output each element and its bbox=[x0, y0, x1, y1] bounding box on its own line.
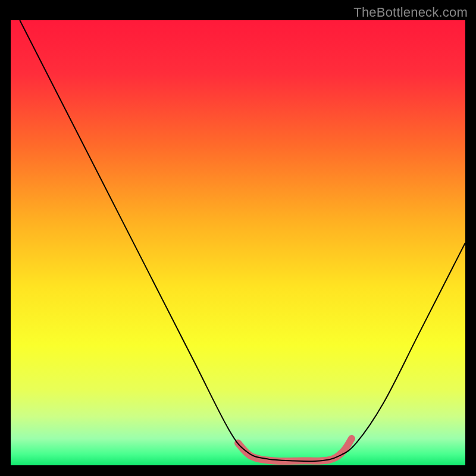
chart-svg bbox=[11, 20, 465, 465]
chart-container bbox=[11, 20, 465, 465]
gradient-background bbox=[11, 20, 465, 465]
attribution-text: TheBottleneck.com bbox=[353, 5, 468, 20]
